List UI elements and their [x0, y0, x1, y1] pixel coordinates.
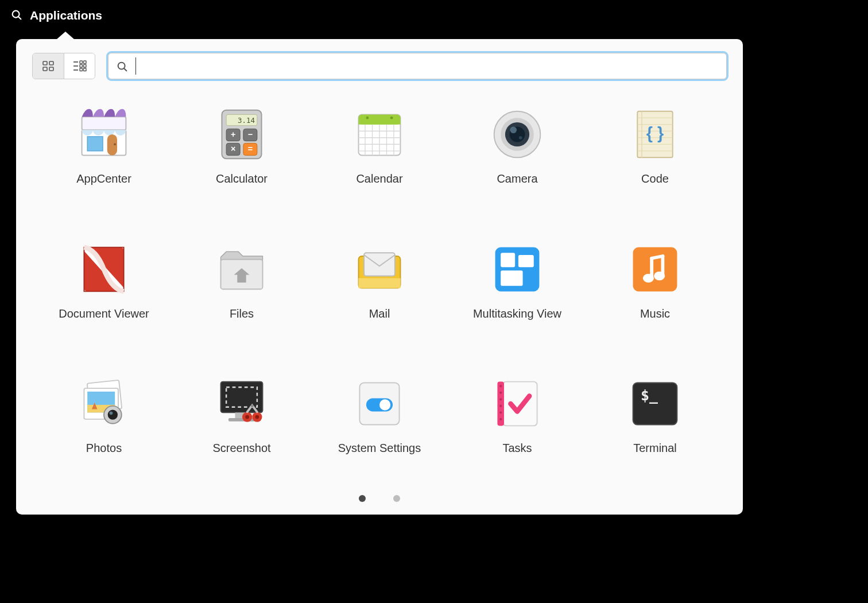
svg-rect-18 — [82, 117, 126, 130]
svg-text:−: − — [248, 130, 253, 139]
svg-point-100 — [499, 418, 502, 420]
svg-point-95 — [499, 385, 502, 387]
app-label: Terminal — [633, 442, 677, 455]
calculator-icon: 3.14 + − × = — [212, 105, 272, 164]
document-viewer-icon — [74, 239, 134, 299]
svg-point-80 — [110, 412, 113, 415]
app-label: Music — [640, 307, 670, 320]
app-code[interactable]: { } Code — [589, 98, 721, 221]
category-view-button[interactable] — [64, 53, 95, 79]
svg-point-36 — [366, 117, 369, 119]
page-dot-1[interactable] — [359, 495, 366, 502]
screenshot-icon — [212, 374, 272, 434]
app-label: Screenshot — [212, 442, 270, 455]
svg-rect-10 — [83, 61, 86, 64]
svg-point-72 — [643, 273, 654, 282]
code-icon: { } — [625, 105, 685, 164]
svg-text:{ }: { } — [646, 124, 664, 142]
svg-point-21 — [114, 143, 116, 145]
svg-rect-35 — [359, 121, 401, 125]
app-system-settings[interactable]: System Settings — [313, 367, 445, 490]
tasks-icon — [487, 374, 547, 434]
svg-rect-66 — [364, 253, 395, 276]
svg-point-96 — [499, 392, 502, 394]
app-label: Camera — [497, 172, 537, 185]
svg-text:×: × — [231, 144, 235, 153]
app-mail[interactable]: Mail — [313, 233, 445, 356]
page-indicator — [32, 490, 727, 504]
svg-point-97 — [499, 399, 502, 401]
app-label: Code — [641, 172, 669, 185]
applications-menu-label[interactable]: Applications — [30, 9, 102, 22]
appcenter-icon — [74, 105, 134, 164]
top-panel: Applications — [0, 0, 868, 31]
camera-icon — [487, 105, 547, 164]
svg-point-79 — [108, 410, 118, 420]
applications-popover: AppCenter 3.14 + − × = — [16, 39, 743, 515]
app-label: Multitasking View — [473, 307, 561, 320]
svg-rect-14 — [83, 68, 86, 71]
svg-line-1 — [18, 16, 21, 18]
app-tasks[interactable]: Tasks — [451, 367, 583, 490]
app-calendar[interactable]: Calendar — [313, 98, 445, 221]
search-icon — [116, 60, 129, 73]
files-icon — [212, 239, 272, 299]
svg-rect-93 — [503, 382, 537, 426]
svg-rect-65 — [359, 278, 401, 288]
text-caret — [135, 57, 136, 75]
svg-rect-9 — [80, 61, 83, 64]
app-multitasking-view[interactable]: Multitasking View — [451, 233, 583, 356]
app-label: AppCenter — [76, 172, 131, 185]
svg-point-89 — [251, 405, 254, 408]
svg-point-98 — [499, 405, 502, 407]
svg-rect-8 — [73, 69, 78, 71]
app-label: Tasks — [502, 442, 532, 455]
svg-line-16 — [124, 68, 126, 71]
svg-text:+: + — [231, 130, 235, 139]
svg-rect-3 — [49, 61, 53, 65]
search-input[interactable] — [108, 53, 727, 79]
terminal-icon: $_ — [625, 374, 685, 434]
svg-rect-69 — [518, 255, 534, 267]
svg-point-51 — [510, 127, 517, 134]
svg-rect-4 — [43, 67, 47, 71]
grid-view-button[interactable] — [33, 53, 64, 79]
svg-rect-5 — [49, 67, 53, 71]
page-dot-2[interactable] — [393, 495, 400, 502]
app-document-viewer[interactable]: Document Viewer — [38, 233, 170, 356]
svg-rect-71 — [633, 247, 677, 291]
svg-point-87 — [245, 415, 249, 419]
app-grid: AppCenter 3.14 + − × = — [32, 80, 727, 490]
app-label: Document Viewer — [59, 307, 149, 320]
app-camera[interactable]: Camera — [451, 98, 583, 221]
app-label: Mail — [369, 307, 390, 320]
app-appcenter[interactable]: AppCenter — [38, 98, 170, 221]
svg-point-92 — [379, 400, 390, 411]
app-label: Calendar — [356, 172, 402, 185]
app-screenshot[interactable]: Screenshot — [176, 367, 308, 490]
app-photos[interactable]: Photos — [38, 367, 170, 490]
svg-text:=: = — [248, 144, 253, 153]
toolbar — [32, 53, 727, 80]
app-calculator[interactable]: 3.14 + − × = Calculator — [176, 98, 308, 221]
search-icon — [10, 9, 23, 23]
photos-icon — [74, 374, 134, 434]
svg-text:$_: $_ — [641, 388, 658, 404]
svg-point-52 — [519, 136, 522, 140]
svg-point-37 — [390, 117, 393, 119]
search-field-wrap — [108, 53, 727, 80]
system-settings-icon — [350, 374, 409, 434]
app-music[interactable]: Music — [589, 233, 721, 356]
svg-rect-2 — [43, 61, 47, 65]
view-switcher — [32, 53, 95, 79]
svg-point-99 — [499, 412, 502, 414]
app-terminal[interactable]: $_ Terminal — [589, 367, 721, 490]
music-icon — [625, 239, 685, 299]
app-files[interactable]: Files — [176, 233, 308, 356]
app-label: Calculator — [216, 172, 268, 185]
app-label: Files — [230, 307, 254, 320]
svg-rect-7 — [73, 65, 78, 67]
app-label: Photos — [86, 442, 122, 455]
svg-text:3.14: 3.14 — [238, 116, 255, 125]
svg-rect-70 — [501, 270, 522, 286]
